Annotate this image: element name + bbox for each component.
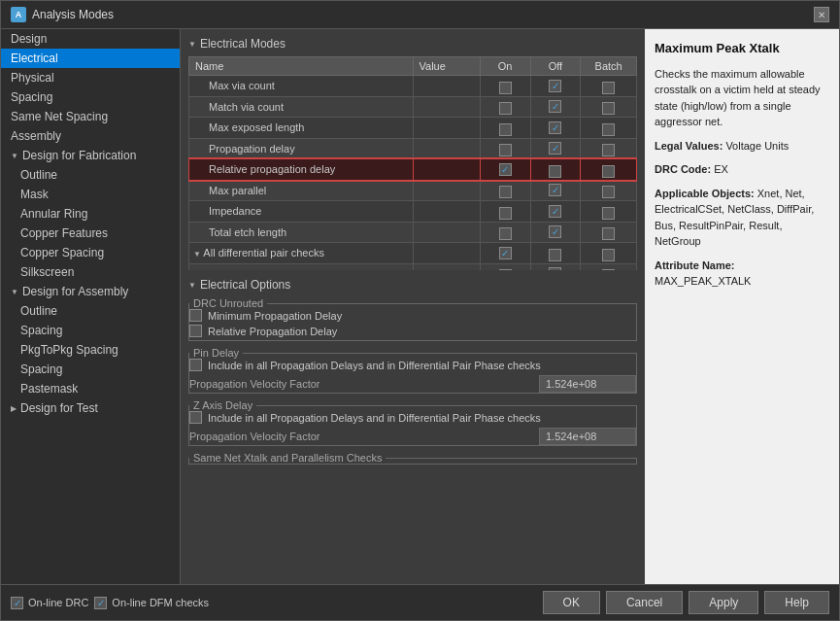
row-name: Max via count (189, 76, 414, 97)
row-on[interactable] (480, 96, 530, 118)
z-axis-include-checkbox[interactable] (189, 411, 202, 424)
sidebar-item-silkscreen[interactable]: Silkscreen (1, 262, 180, 282)
expand-icon-fab: ▼ (11, 152, 18, 160)
row-off[interactable] (530, 96, 581, 118)
row-on[interactable] (480, 263, 530, 270)
sidebar-item-physical[interactable]: Physical (1, 68, 180, 87)
row-batch[interactable] (581, 201, 637, 223)
drc-code-label: DRC Code: (655, 163, 711, 175)
pin-delay-include-checkbox[interactable] (189, 359, 202, 371)
rel-prop-delay-checkbox[interactable] (189, 325, 202, 337)
row-value (413, 263, 480, 270)
sidebar-item-design[interactable]: Design (1, 29, 180, 49)
min-prop-delay-checkbox[interactable] (189, 309, 202, 322)
footer: On-line DRC On-line DFM checks OK Cancel… (1, 584, 839, 620)
sidebar-item-outline2-label: Outline (20, 304, 57, 318)
sidebar-item-silkscreen-label: Silkscreen (20, 265, 74, 279)
pin-delay-include-label: Include in all Propagation Delays and in… (208, 360, 541, 371)
pin-delay-velocity-input[interactable] (539, 375, 636, 393)
table-row-group: ▼ All differential pair checks (189, 243, 637, 264)
row-batch[interactable] (581, 243, 637, 264)
cancel-button[interactable]: Cancel (606, 591, 683, 614)
attribute-name: MAX_PEAK_XTALK (655, 275, 751, 287)
row-off[interactable] (530, 263, 581, 270)
z-axis-velocity-label: Propagation Velocity Factor (189, 431, 531, 442)
online-drc-checkbox[interactable] (11, 597, 23, 609)
row-batch[interactable] (581, 76, 637, 97)
table-row: Max xtalk (189, 263, 637, 270)
sidebar-item-design-assembly-label: Design for Assembly (22, 285, 128, 298)
row-value (413, 201, 480, 223)
sidebar-item-spacing2[interactable]: Spacing (1, 321, 180, 340)
online-dfm-label: On-line DFM checks (112, 597, 209, 608)
sidebar-item-outline1[interactable]: Outline (1, 165, 180, 185)
row-batch[interactable] (581, 138, 637, 159)
row-value (413, 159, 480, 181)
sidebar-item-outline2[interactable]: Outline (1, 301, 180, 321)
row-on[interactable] (480, 243, 530, 264)
sidebar-item-assembly[interactable]: Assembly (1, 126, 180, 146)
row-off[interactable] (530, 222, 581, 243)
row-off[interactable] (530, 76, 581, 97)
close-button[interactable]: ✕ (814, 7, 829, 22)
row-on[interactable] (480, 76, 530, 97)
sidebar-item-spacing2-label: Spacing (20, 324, 62, 337)
sidebar-item-annular-ring[interactable]: Annular Ring (1, 204, 180, 224)
row-off[interactable] (530, 180, 581, 201)
electrical-modes-label: Electrical Modes (200, 37, 286, 51)
row-batch[interactable] (581, 118, 637, 139)
row-on[interactable] (480, 138, 530, 159)
modes-table-container[interactable]: Name Value On Off Batch Max via count (188, 56, 637, 270)
sidebar-item-electrical[interactable]: Electrical (1, 49, 180, 68)
sidebar-item-design-fab[interactable]: ▼ Design for Fabrication (1, 146, 180, 165)
row-batch[interactable] (581, 263, 637, 270)
row-name: Total etch length (189, 222, 414, 243)
sidebar-item-pkgtopkg[interactable]: PkgToPkg Spacing (1, 340, 180, 360)
row-value (413, 180, 480, 201)
row-off[interactable] (530, 138, 581, 159)
sidebar-item-copper-features[interactable]: Copper Features (1, 224, 180, 243)
row-off[interactable] (530, 159, 581, 181)
sidebar-item-annular-ring-label: Annular Ring (20, 207, 87, 221)
row-batch[interactable] (581, 222, 637, 243)
row-name: Match via count (189, 96, 414, 118)
right-panel: Maximum Peak Xtalk Checks the maximum al… (645, 29, 839, 584)
sidebar-item-mask[interactable]: Mask (1, 185, 180, 204)
pin-delay-velocity-row: Propagation Velocity Factor (189, 375, 636, 393)
row-on[interactable] (480, 201, 530, 223)
row-off[interactable] (530, 118, 581, 139)
sidebar-item-spacing3[interactable]: Spacing (1, 360, 180, 379)
sidebar-item-spacing[interactable]: Spacing (1, 87, 180, 107)
col-name: Name (189, 57, 414, 76)
z-axis-velocity-input[interactable] (539, 428, 636, 445)
row-batch[interactable] (581, 159, 637, 181)
min-prop-delay-label: Minimum Propagation Delay (208, 310, 342, 322)
dialog-title: Analysis Modes (32, 8, 114, 21)
table-row: Impedance (189, 201, 637, 223)
min-prop-delay-row: Minimum Propagation Delay (189, 309, 636, 322)
row-batch[interactable] (581, 96, 637, 118)
sidebar-item-pastemask[interactable]: Pastemask (1, 379, 180, 398)
drc-code: EX (714, 163, 728, 175)
col-batch: Batch (581, 57, 637, 76)
right-panel-objects: Applicable Objects: Xnet, Net, Electrica… (655, 186, 829, 250)
sidebar-item-design-assembly[interactable]: ▼ Design for Assembly (1, 282, 180, 301)
help-button[interactable]: Help (764, 591, 829, 614)
row-on[interactable] (480, 222, 530, 243)
row-batch[interactable] (581, 180, 637, 201)
row-off[interactable] (530, 201, 581, 223)
legal-values-label: Legal Values: (655, 140, 722, 152)
online-dfm-checkbox[interactable] (94, 597, 107, 609)
row-on[interactable] (480, 180, 530, 201)
row-off[interactable] (530, 243, 581, 264)
sidebar-item-design-test[interactable]: ▶ Design for Test (1, 398, 180, 418)
modes-expand-icon: ▼ (188, 40, 196, 49)
sidebar-item-copper-spacing[interactable]: Copper Spacing (1, 243, 180, 262)
ok-button[interactable]: OK (543, 591, 600, 614)
sidebar-item-same-net-spacing[interactable]: Same Net Spacing (1, 107, 180, 126)
pin-delay-include-row: Include in all Propagation Delays and in… (189, 359, 636, 371)
footer-left: On-line DRC On-line DFM checks (11, 597, 209, 609)
apply-button[interactable]: Apply (689, 591, 758, 614)
row-on[interactable] (480, 118, 530, 139)
row-on[interactable] (480, 159, 530, 181)
